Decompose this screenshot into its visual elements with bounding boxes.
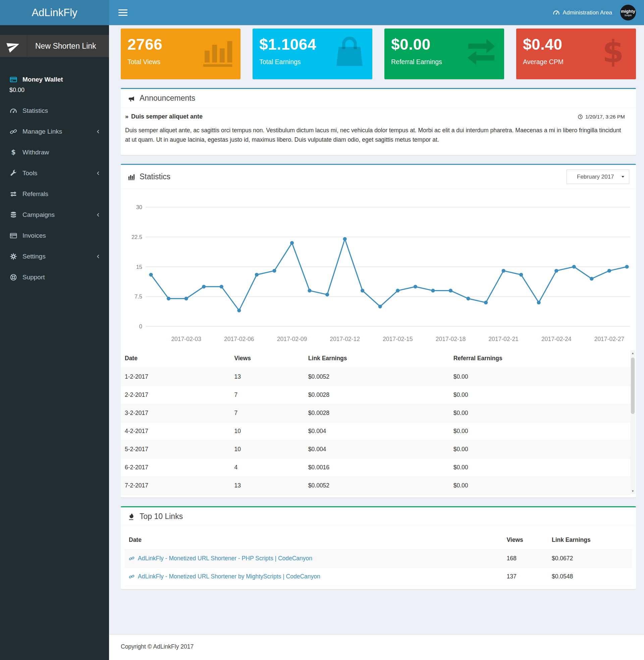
sidebar-item-row: $Withdraw	[9, 149, 100, 156]
announcement-timestamp: 1/20/17, 3:26 PM	[578, 114, 625, 120]
navbar: Administration Area mighty Scripts	[109, 0, 644, 25]
new-shorten-link-button[interactable]: New Shorten Link	[0, 35, 109, 57]
stats-row: 5-2-201710$0.004$0.00	[121, 440, 630, 458]
database-icon	[9, 211, 18, 219]
sidebar-item-referrals[interactable]: Referrals	[0, 184, 109, 204]
user-avatar[interactable]: mighty Scripts	[620, 5, 636, 21]
svg-text:2017-02-15: 2017-02-15	[383, 336, 413, 343]
svg-text:2017-02-18: 2017-02-18	[436, 336, 466, 343]
credit-card-icon	[9, 232, 18, 239]
bar-chart-icon	[200, 35, 235, 69]
scrollbar-down-arrow[interactable]: ▼	[630, 489, 635, 493]
sidebar-item-statistics[interactable]: Statistics	[0, 101, 109, 121]
sidebar-item-sub: $0.00	[9, 87, 100, 94]
admin-area-link[interactable]: Administration Area	[553, 9, 612, 16]
stats-row: 3-2-20177$0.0028$0.00	[121, 404, 630, 422]
sidebar-item-campaigns[interactable]: Campaigns	[0, 204, 109, 225]
stats-cell: $0.00	[450, 476, 630, 494]
top-link-row: AdLinkFly - Monetized URL Shortener - PH…	[125, 549, 632, 567]
scrollbar-up-arrow[interactable]: ▲	[630, 351, 635, 355]
sidebar: New Shorten Link Money Wallet$0.00Statis…	[0, 25, 109, 660]
stats-row: 4-2-201710$0.004$0.00	[121, 422, 630, 440]
top-link-cell: AdLinkFly - Monetized URL Shortener by M…	[125, 567, 503, 586]
stats-cell: $0.0052	[304, 476, 450, 494]
sidebar-item-label: Tools	[22, 170, 37, 177]
scrollbar-thumb[interactable]	[631, 357, 635, 414]
new-shorten-link-label: New Shorten Link	[27, 35, 109, 57]
chevron-left-icon	[96, 212, 101, 218]
top-link-earnings: $0.0672	[548, 549, 632, 567]
stats-cell: 10	[230, 440, 304, 458]
stats-cell: 4	[230, 458, 304, 476]
svg-text:2017-02-21: 2017-02-21	[488, 336, 519, 343]
bar-chart-icon	[128, 173, 135, 181]
sidebar-item-label: Referrals	[22, 190, 48, 198]
stats-cell: $0.0016	[304, 458, 450, 476]
svg-text:7.5: 7.5	[135, 294, 142, 300]
stats-cell: $0.0028	[304, 386, 450, 404]
svg-text:$: $	[602, 35, 624, 69]
wrench-icon	[9, 170, 18, 177]
stats-row: 6-2-20174$0.0016$0.00	[121, 458, 630, 476]
top-link-anchor[interactable]: AdLinkFly - Monetized URL Shortener by M…	[138, 573, 320, 580]
top-links-panel-title: Top 10 Links	[128, 512, 183, 521]
tachometer-icon	[553, 9, 560, 16]
sidebar-item-label: Withdraw	[22, 149, 49, 156]
stats-cell: 13	[230, 476, 304, 494]
stats-row: 2-2-20177$0.0028$0.00	[121, 386, 630, 404]
flame-icon	[128, 513, 135, 520]
top-links-table: DateViewsLink EarningsAdLinkFly - Moneti…	[125, 531, 632, 586]
sidebar-item-invoices[interactable]: Invoices	[0, 225, 109, 246]
sidebar-item-settings[interactable]: Settings	[0, 246, 109, 267]
dollar-icon: $	[596, 35, 630, 69]
top-links-panel: Top 10 Links DateViewsLink EarningsAdLin…	[121, 506, 636, 589]
announcement-body: Duis semper aliquet ante, ac sagittis or…	[125, 126, 625, 145]
top-link: AdLinkFly - Monetized URL Shortener by M…	[129, 573, 499, 580]
stats-table-head: DateViewsLink EarningsReferral Earnings	[121, 349, 630, 368]
top-link-earnings: $0.0548	[548, 567, 632, 586]
sidebar-item-support[interactable]: Support	[0, 267, 109, 288]
copyright-text: Copyright © AdLinkFly 2017	[121, 643, 193, 650]
top-link-anchor[interactable]: AdLinkFly - Monetized URL Shortener - PH…	[138, 555, 312, 562]
sidebar-item-row: Statistics	[9, 107, 100, 114]
stat-card-average-cpm: $0.40Average CPM$	[516, 28, 636, 79]
stats-cell: $0.00	[450, 440, 630, 458]
announcement-item-title: »Duis semper aliquet ante	[125, 113, 203, 120]
sidebar-item-tools[interactable]: Tools	[0, 163, 109, 184]
links-col-date: Date	[125, 531, 503, 550]
sidebar-item-label: Settings	[22, 253, 46, 260]
clock-icon	[578, 114, 583, 119]
sidebar-toggle-button[interactable]	[118, 9, 128, 16]
statistics-panel: Statistics February 2017 07.51522.530201…	[121, 164, 636, 497]
gears-icon	[9, 253, 18, 260]
stats-cell: $0.0052	[304, 368, 450, 386]
stats-cell: $0.00	[450, 386, 630, 404]
announcements-panel-title: Announcements	[128, 94, 195, 103]
tachometer-icon	[9, 107, 18, 114]
stats-cell: 3-2-2017	[121, 404, 230, 422]
sidebar-item-label: Statistics	[22, 107, 48, 114]
sidebar-item-withdraw[interactable]: $Withdraw	[0, 142, 109, 163]
stats-cell: $0.00	[450, 422, 630, 440]
month-select[interactable]: February 2017	[567, 170, 629, 184]
stats-cell: 1-2-2017	[121, 368, 230, 386]
stats-cell: 6-2-2017	[121, 458, 230, 476]
chevron-left-icon	[96, 129, 101, 134]
sidebar-item-row: Manage Links	[9, 128, 100, 135]
stats-cell: $0.00	[450, 368, 630, 386]
table-scrollbar[interactable]: ▲ ▼	[630, 350, 635, 494]
stats-cell: 5-2-2017	[121, 440, 230, 458]
stats-col-link-earnings: Link Earnings	[304, 349, 450, 368]
stat-card-referral-earnings: $0.00Referral Earnings	[384, 28, 504, 79]
app-logo[interactable]: AdLinkFly	[0, 0, 109, 25]
top-link-cell: AdLinkFly - Monetized URL Shortener - PH…	[125, 549, 503, 567]
paper-plane-icon	[0, 35, 27, 57]
footer: Copyright © AdLinkFly 2017	[109, 634, 644, 660]
sidebar-item-row: Campaigns	[9, 211, 100, 219]
sidebar-item-money-wallet[interactable]: Money Wallet$0.00	[0, 69, 109, 101]
sidebar-item-manage-links[interactable]: Manage Links	[0, 121, 109, 142]
chevron-left-icon	[96, 171, 101, 176]
month-selector: February 2017	[567, 170, 629, 184]
stat-card-total-earnings: $1.1064Total Earnings	[253, 28, 372, 79]
sidebar-item-row: Invoices	[9, 232, 100, 239]
